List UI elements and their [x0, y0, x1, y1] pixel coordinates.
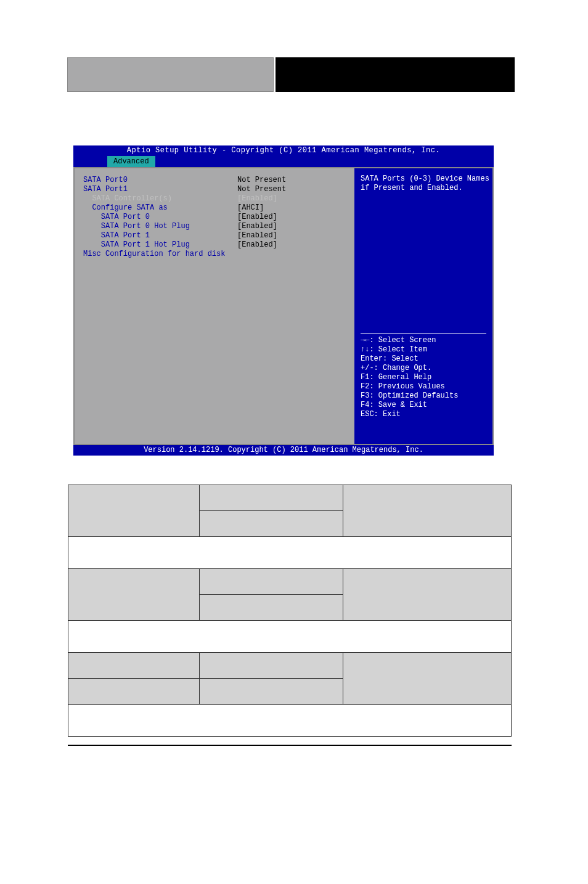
options-table — [68, 485, 512, 737]
bios-left-pane: SATA Port0Not PresentSATA Port1Not Prese… — [75, 168, 354, 444]
chapter-header-grey — [67, 57, 274, 92]
bios-setting-label: Configure SATA as — [83, 203, 237, 213]
bios-setting-label: SATA Port0 — [83, 176, 237, 185]
bios-setting-label: SATA Port 0 — [83, 213, 237, 222]
bios-help-text: SATA Ports (0-3) Device Names if Present… — [361, 174, 486, 193]
bios-setting-row[interactable]: SATA Port 1 Hot Plug[Enabled] — [83, 240, 346, 250]
bios-setting-row[interactable]: SATA Port 1[Enabled] — [83, 231, 346, 240]
bios-setting-value: [Enabled] — [237, 240, 277, 250]
bios-setting-value: [Enabled] — [237, 213, 277, 222]
table-row — [68, 485, 512, 511]
bios-setting-row[interactable]: SATA Port1Not Present — [83, 185, 346, 194]
bios-setting-row[interactable]: Configure SATA as[AHCI] — [83, 203, 346, 213]
bios-setting-label: SATA Port1 — [83, 185, 237, 194]
tab-advanced[interactable]: Advanced — [107, 156, 155, 167]
bios-setting-value: Not Present — [237, 185, 286, 194]
table-row — [68, 537, 512, 569]
bios-footer: Version 2.14.1219. Copyright (C) 2011 Am… — [73, 445, 494, 456]
table-row — [68, 621, 512, 653]
bios-setting-label: Misc Configuration for hard disk — [83, 250, 237, 259]
bios-setting-value: [Enabled] — [237, 231, 277, 240]
bios-setting-row: Misc Configuration for hard disk — [83, 250, 346, 259]
chapter-header-black — [276, 57, 515, 92]
bios-tab-row: Advanced — [73, 156, 494, 167]
bios-screenshot: Aptio Setup Utility - Copyright (C) 2011… — [73, 145, 494, 457]
bios-setting-row[interactable]: SATA Port0Not Present — [83, 176, 346, 185]
bios-setting-label: SATA Port 1 Hot Plug — [83, 240, 237, 250]
bios-setting-row[interactable]: SATA Port 0[Enabled] — [83, 213, 346, 222]
bios-header: Aptio Setup Utility - Copyright (C) 2011… — [73, 145, 494, 156]
bios-setting-row[interactable]: SATA Controller(s)[Enabled] — [83, 194, 346, 203]
bios-body: SATA Port0Not PresentSATA Port1Not Prese… — [73, 167, 494, 445]
bios-setting-label: SATA Port 1 — [83, 231, 237, 240]
bios-key-legend: →←: Select Screen ↑↓: Select Item Enter:… — [361, 334, 486, 419]
table-row — [68, 653, 512, 679]
bios-right-pane: SATA Ports (0-3) Device Names if Present… — [354, 168, 492, 444]
table-row — [68, 569, 512, 595]
bios-setting-value: [Enabled] — [237, 222, 277, 231]
bios-setting-value: [Enabled] — [237, 194, 277, 203]
table-row — [68, 705, 512, 737]
bios-setting-label: SATA Controller(s) — [83, 194, 237, 203]
bios-setting-label: SATA Port 0 Hot Plug — [83, 222, 237, 231]
page-footer-rule — [68, 745, 512, 746]
chapter-header-bar — [67, 57, 515, 97]
bios-setting-row[interactable]: SATA Port 0 Hot Plug[Enabled] — [83, 222, 346, 231]
bios-setting-value: [AHCI] — [237, 203, 264, 213]
bios-setting-value: Not Present — [237, 176, 286, 185]
